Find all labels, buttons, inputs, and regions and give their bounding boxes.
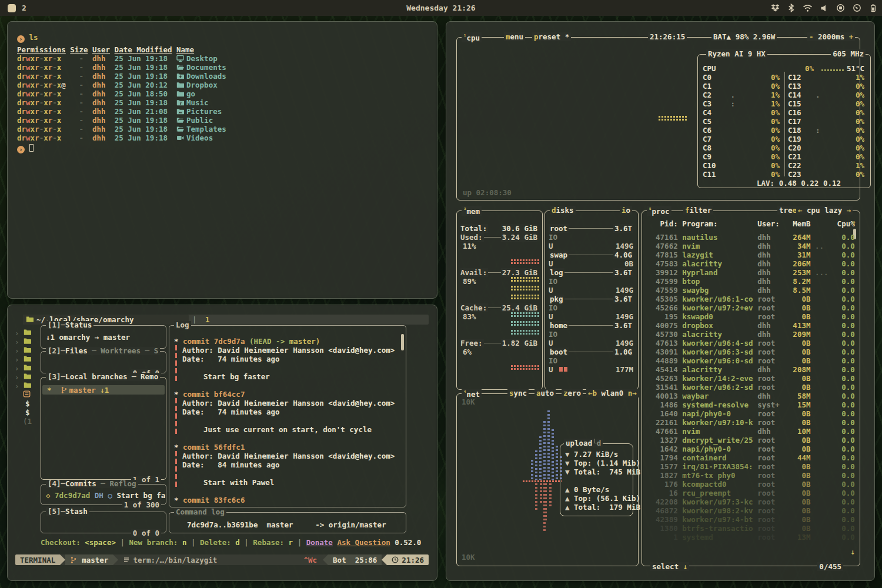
proc-box-title[interactable]: ⁵proc	[647, 206, 671, 216]
net-download-bar	[539, 436, 542, 480]
bluetooth-icon[interactable]	[787, 4, 795, 12]
preset-button[interactable]: preset *	[532, 32, 571, 41]
log-commit-date: Date: 74 minutes ago	[182, 355, 280, 363]
log-commit-header[interactable]: * commit 7dc9d7a (HEAD -> master)	[174, 337, 320, 346]
lazygit-stash-panel[interactable]: [5]─Stash 0 of 0	[41, 512, 166, 533]
proc-row[interactable]: 1 systemd root 13M 0.0	[647, 533, 855, 542]
tab-1[interactable]: 1	[205, 315, 210, 324]
mem-box-title[interactable]: ³mem	[462, 206, 482, 216]
lazygit-files-panel[interactable]: [2]─Files ─ Worktrees ─ S 0 of 0	[41, 351, 166, 373]
tree-folder-item[interactable]: ›	[15, 373, 31, 382]
proc-row[interactable]: 40013 waybar dhh 58M 0.0	[647, 392, 855, 400]
proc-row[interactable]: 1794 containerd root 44M 0.0	[647, 453, 855, 462]
proc-row[interactable]: 47599 btop dhh 8.2M 0.0	[647, 277, 855, 286]
shell-prompt-empty[interactable]: ›	[17, 143, 34, 153]
proc-row[interactable]: 47662 nvim dhh 34M .. 0.0	[647, 242, 855, 250]
proc-row[interactable]: 45730 alacritty dhh 209M 0.0	[647, 330, 855, 339]
log-commit-header[interactable]: * commit 83fc6c6	[174, 496, 245, 505]
scroll-up-icon[interactable]: ↑	[851, 218, 856, 227]
branch-row[interactable]: * master ↓1	[47, 386, 109, 395]
proc-row[interactable]: 42208 kworker/u97:3-kc root 0B 0.0	[647, 497, 855, 506]
ls-row: drwxr-xr-x - dhh 25 Jun 21:08 Pictures	[17, 107, 222, 116]
lazygit-command-log-panel: Command log 7dc9d7a..b3691be master -> o…	[169, 512, 406, 533]
log-commit-header[interactable]: * commit bf64cc7	[174, 390, 245, 399]
dropbox-icon[interactable]	[771, 4, 780, 12]
lazygit-log-panel[interactable]: Log * commit 7dc9d7a (HEAD -> master)Aut…	[169, 325, 406, 507]
proc-row[interactable]: 45305 kworker/u96:1-co root 0B 0.0	[647, 295, 855, 303]
branch-segment[interactable]: master	[65, 554, 113, 565]
donate-link[interactable]: Donate	[306, 538, 333, 547]
folder-icon	[176, 90, 184, 98]
proc-row[interactable]: 39912 Hyprland dhh 253M ... 0.0	[647, 268, 855, 277]
tree-folder-item[interactable]: ›	[15, 364, 31, 373]
net-zero-toggle[interactable]: zero	[562, 389, 583, 397]
lazygit-commits-panel[interactable]: [4]─Commits ─ Reflog ◇ 7dc9d7ad DH ○ Sta…	[41, 484, 166, 505]
io-toggle[interactable]: io	[620, 206, 632, 215]
tree-scroll-item[interactable]	[23, 390, 31, 399]
proc-row[interactable]: 43091 kworker/u96:3-sd root 0B 0.0	[647, 348, 855, 356]
mem-pct: 11%	[463, 242, 476, 250]
proc-row[interactable]: 47161 nautilus dhh 264M 0.0	[647, 233, 855, 242]
menu-button[interactable]: menu	[504, 32, 525, 41]
proc-row[interactable]: 45263 kworker/14:2-eve root 0B 0.0	[647, 374, 855, 383]
buffer-name[interactable]: term:/…/bin/lazygit	[118, 554, 222, 565]
proc-row[interactable]: 47583 alacritty dhh 206M 0.0	[647, 259, 855, 268]
proc-row[interactable]: 44889 kworker/u96:0-sd root 0B 0.0	[647, 356, 855, 365]
proc-row[interactable]: 1486 systemd-resolve syst+ 15M 0.0	[647, 400, 855, 409]
proc-row[interactable]: 40075 dropbox dhh 413M 0.0	[647, 321, 855, 330]
net-interface-switcher[interactable]: ←b wlan0 n→	[586, 389, 639, 397]
proc-row[interactable]: 46872 kworker/u98:2-kv root 0B 0.0	[647, 506, 855, 515]
proc-row[interactable]: 45414 alacritty dhh 208M 0.0	[647, 365, 855, 374]
screen-record-icon[interactable]	[836, 4, 845, 12]
proc-row[interactable]: 31541 kworker/u96:2-sd root 0B 0.0	[647, 383, 855, 392]
refresh-rate-control[interactable]: - 2000ms +	[807, 32, 855, 41]
net-sync-toggle[interactable]: sync	[507, 389, 529, 397]
select-hint[interactable]: select ↓	[650, 562, 689, 571]
wifi-icon[interactable]	[803, 4, 813, 12]
proc-row[interactable]: 47559 swaybg dhh 8.5M 0.0	[647, 286, 855, 295]
system-monitor-icon[interactable]	[853, 4, 861, 12]
proc-row[interactable]: 1642 napi/phy0-0 root 0B 0.0	[647, 445, 855, 453]
ls-row: drwxr-xr-x - dhh 25 Jun 19:18 Documents	[17, 63, 226, 72]
commit-row[interactable]: ◇ 7dc9d7ad DH ○ Start bg fa	[46, 491, 165, 500]
files-panel-title: [2]─Files ─ Worktrees ─ S	[46, 347, 160, 355]
cpu-box-title[interactable]: ¹cpu	[462, 32, 482, 42]
scroll-down-icon[interactable]: ↓	[850, 547, 855, 556]
net-auto-toggle[interactable]: auto	[534, 389, 556, 397]
proc-row[interactable]: 22161 kworker/u97:10-k root 0B 0.0	[647, 418, 855, 427]
tree-folder-item[interactable]: ›	[15, 329, 31, 338]
proc-row[interactable]: 176 kcompactd0 root 0B 0.0	[647, 480, 855, 489]
cpu-core-row: C210%	[788, 152, 864, 161]
log-commit-subject: Start with Pawel	[203, 478, 274, 487]
folder-open-icon	[176, 64, 184, 71]
tree-folder-item[interactable]: ›	[15, 338, 31, 346]
log-scrollbar[interactable]	[401, 334, 404, 350]
proc-row[interactable]: 42389 kworker/u97:4-bt root 0B 0.0	[647, 515, 855, 524]
filter-button[interactable]: filter	[683, 206, 713, 215]
tree-folder-item[interactable]: ›	[15, 346, 31, 355]
proc-sort-switcher[interactable]: ← cpu lazy →	[796, 206, 853, 215]
ask-question-link[interactable]: Ask Question	[337, 538, 390, 547]
proc-row[interactable]: 1380 btrfs-transactio root 0B 0.0	[647, 524, 855, 533]
proc-row[interactable]: 1827 mt76-tx phy0 root 0B 0.0	[647, 471, 855, 480]
proc-row[interactable]: 47815 lazygit dhh 31M 0.0	[647, 250, 855, 259]
terminal-window-lazygit: | 1 ~/.local/share/omarchy › › › › › › ›…	[7, 305, 437, 581]
disks-box-title[interactable]: disks	[550, 206, 576, 215]
log-commit-header[interactable]: * commit 56fdfc1	[174, 443, 245, 452]
proc-row[interactable]: 1327 dmcrypt_write/25 root 0B 0.0	[647, 436, 855, 445]
proc-row[interactable]: 45266 kworker/u97:2+ev root 0B 0.0	[647, 303, 855, 312]
proc-row[interactable]: 1640 napi/phy0-0 root 0B 0.0	[647, 409, 855, 418]
tree-toggle[interactable]: tree	[777, 206, 799, 215]
lazygit-status-panel[interactable]: [1]─Status ↓1 omarchy → master	[41, 325, 166, 349]
proc-row[interactable]: 47613 kworker/u96:4-sd root 0B 0.0	[647, 339, 855, 348]
tree-folder-item[interactable]: ›	[15, 382, 31, 390]
volume-icon[interactable]	[820, 4, 828, 12]
proc-row[interactable]: 16 rcu_preempt root 0B 0.0	[647, 489, 855, 497]
battery-icon[interactable]	[869, 4, 877, 12]
proc-row[interactable]: 195 kswapd0 root 0B 0.0	[647, 312, 855, 321]
lazygit-branches-panel[interactable]: [3]─Local branches ─ Remo * master ↓1 1 …	[41, 377, 166, 480]
tree-folder-item[interactable]: ›	[15, 355, 31, 364]
proc-row[interactable]: 47661 nvim dhh 10M 0.0	[647, 427, 855, 436]
proc-row[interactable]: 1577 irq/81-PIXA3854: root 0B 0.0	[647, 462, 855, 471]
btop-net-box: ⁴net sync auto zero ←b wlan0 n→ 10K 10K …	[456, 393, 639, 566]
